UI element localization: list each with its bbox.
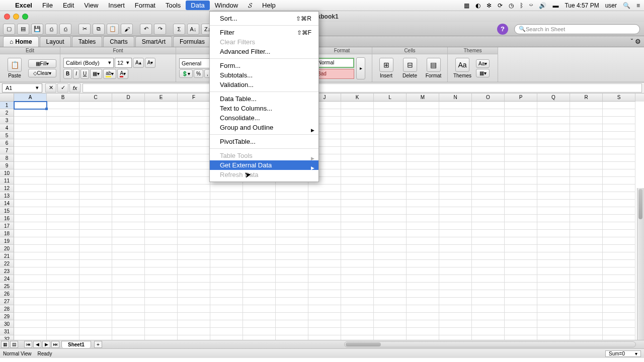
- cell[interactable]: [14, 283, 47, 290]
- cell[interactable]: [14, 177, 47, 185]
- cell[interactable]: [243, 200, 276, 207]
- cell[interactable]: [472, 192, 505, 200]
- tab-charts[interactable]: Charts: [103, 36, 134, 47]
- cell[interactable]: [112, 117, 145, 124]
- cell[interactable]: [603, 252, 635, 260]
- column-header[interactable]: R: [570, 94, 603, 102]
- bold-button[interactable]: B: [63, 69, 72, 79]
- cell[interactable]: [439, 207, 472, 215]
- cell[interactable]: [178, 109, 210, 117]
- cell[interactable]: [341, 237, 374, 245]
- cell[interactable]: [47, 252, 79, 260]
- cell[interactable]: [570, 230, 603, 237]
- italic-button[interactable]: I: [73, 69, 79, 79]
- cell[interactable]: [374, 154, 407, 162]
- cell[interactable]: [374, 237, 407, 245]
- cell[interactable]: [505, 230, 537, 237]
- cell[interactable]: [145, 245, 178, 252]
- row-header[interactable]: 14: [0, 200, 14, 207]
- sheet-prev-icon[interactable]: ◀: [33, 341, 41, 348]
- cell[interactable]: [276, 237, 308, 245]
- cell[interactable]: [145, 147, 178, 154]
- cell[interactable]: [439, 222, 472, 230]
- cell[interactable]: [439, 200, 472, 207]
- cell[interactable]: [407, 313, 439, 320]
- border-button[interactable]: ▦▾: [90, 69, 102, 79]
- menu-edit[interactable]: Edit: [58, 1, 79, 10]
- grow-font-icon[interactable]: A▴: [133, 58, 144, 68]
- cell[interactable]: [341, 245, 374, 252]
- tab-tables[interactable]: Tables: [72, 36, 103, 47]
- cell[interactable]: [407, 335, 439, 340]
- cell[interactable]: [14, 154, 47, 162]
- cell[interactable]: [439, 320, 472, 328]
- cell[interactable]: [603, 313, 635, 320]
- row-header[interactable]: 29: [0, 313, 14, 320]
- cell[interactable]: [79, 109, 112, 117]
- cell[interactable]: [603, 102, 635, 109]
- column-header[interactable]: N: [439, 94, 472, 102]
- cell[interactable]: [603, 124, 635, 132]
- cell[interactable]: [407, 252, 439, 260]
- cell[interactable]: [79, 102, 112, 109]
- format-painter-icon[interactable]: 🖌: [121, 24, 133, 35]
- cell[interactable]: [570, 298, 603, 305]
- cell[interactable]: [537, 245, 570, 252]
- cell[interactable]: [570, 267, 603, 275]
- help-button[interactable]: ?: [497, 24, 508, 35]
- cell[interactable]: [79, 139, 112, 147]
- cell[interactable]: [243, 275, 276, 283]
- cell[interactable]: [570, 102, 603, 109]
- cell[interactable]: [472, 305, 505, 313]
- sheet-last-icon[interactable]: ⏭: [51, 341, 59, 348]
- name-box[interactable]: A1▾: [2, 83, 42, 93]
- cell[interactable]: [603, 328, 635, 335]
- cell[interactable]: [243, 230, 276, 237]
- cell[interactable]: [47, 117, 79, 124]
- cell[interactable]: [472, 313, 505, 320]
- cell[interactable]: [14, 313, 47, 320]
- cell[interactable]: [472, 177, 505, 185]
- cell[interactable]: [341, 192, 374, 200]
- cell[interactable]: [537, 154, 570, 162]
- cell[interactable]: [178, 200, 210, 207]
- cell[interactable]: [112, 102, 145, 109]
- cell[interactable]: [79, 207, 112, 215]
- cell[interactable]: [374, 117, 407, 124]
- cell[interactable]: [243, 207, 276, 215]
- cell[interactable]: [14, 275, 47, 283]
- underline-button[interactable]: U: [80, 69, 89, 79]
- new-icon[interactable]: ▢: [3, 24, 15, 35]
- cell[interactable]: [407, 200, 439, 207]
- tab-smartart[interactable]: SmartArt: [135, 36, 172, 47]
- cell[interactable]: [178, 313, 210, 320]
- row-header[interactable]: 24: [0, 275, 14, 283]
- cell[interactable]: [276, 305, 308, 313]
- cell[interactable]: [603, 335, 635, 340]
- cell[interactable]: [537, 260, 570, 267]
- cell[interactable]: [505, 192, 537, 200]
- cell[interactable]: [472, 230, 505, 237]
- cell[interactable]: [308, 237, 341, 245]
- cell[interactable]: [47, 305, 79, 313]
- cell[interactable]: [308, 222, 341, 230]
- cell[interactable]: [308, 200, 341, 207]
- sheet-next-icon[interactable]: ▶: [42, 341, 50, 348]
- cell[interactable]: [145, 260, 178, 267]
- cell[interactable]: [243, 260, 276, 267]
- cell[interactable]: [210, 185, 243, 192]
- cell[interactable]: [47, 139, 79, 147]
- wifi-icon[interactable]: ⌔: [529, 2, 533, 9]
- vertical-scrollbar[interactable]: [637, 188, 644, 340]
- cell[interactable]: [145, 222, 178, 230]
- cell[interactable]: [47, 230, 79, 237]
- cell[interactable]: [145, 200, 178, 207]
- cell[interactable]: [570, 192, 603, 200]
- menu-item[interactable]: Data Table...: [210, 94, 318, 104]
- cell[interactable]: [407, 177, 439, 185]
- cell[interactable]: [79, 222, 112, 230]
- cell[interactable]: [47, 169, 79, 177]
- cell[interactable]: [210, 283, 243, 290]
- menu-item[interactable]: Group and Outline: [210, 123, 318, 132]
- cell[interactable]: [603, 283, 635, 290]
